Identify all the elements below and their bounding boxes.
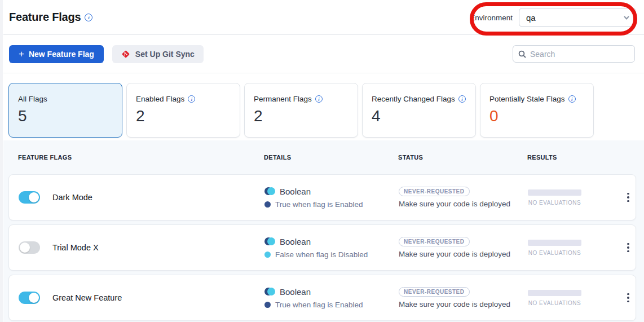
status-cell: NEVER-REQUESTED Make sure your code is d… xyxy=(399,287,528,308)
status-text: Make sure your code is deployed xyxy=(399,300,510,308)
search-input[interactable] xyxy=(530,50,629,59)
stats-cards: All Flags 5 Enabled Flags 2 Permanent Fl… xyxy=(0,73,644,140)
search-box xyxy=(513,45,635,63)
status-text: Make sure your code is deployed xyxy=(399,250,510,258)
page-title: Feature Flags xyxy=(9,11,81,24)
stat-value: 2 xyxy=(136,108,231,125)
stat-label: All Flags xyxy=(18,95,47,103)
value-dot-icon xyxy=(264,201,271,208)
git-sync-label: Set Up Git Sync xyxy=(135,50,195,59)
details-cell: Boolean True when flag is Enabled xyxy=(264,287,399,309)
environment-selector-group: Environment qa xyxy=(470,8,636,27)
table-row: Trial Mode X Boolean False when flag is … xyxy=(8,224,636,271)
stat-card-potentially-stale-flags[interactable]: Potentially Stale Flags 0 xyxy=(480,83,594,138)
set-up-git-sync-button[interactable]: Set Up Git Sync xyxy=(112,45,204,63)
stat-card-all-flags[interactable]: All Flags 5 xyxy=(8,83,122,138)
value-dot-icon xyxy=(264,252,271,258)
status-cell: NEVER-REQUESTED Make sure your code is d… xyxy=(399,187,528,208)
column-header-results: RESULTS xyxy=(527,154,644,161)
flag-value-text: True when flag is Enabled xyxy=(275,301,363,309)
table-row: Dark Mode Boolean True when flag is Enab… xyxy=(8,174,636,220)
results-placeholder-bar xyxy=(528,189,581,196)
environment-label: Environment xyxy=(470,14,513,22)
stat-value: 2 xyxy=(254,108,349,125)
details-cell: Boolean False when flag is Disabled xyxy=(264,237,399,259)
feature-flags-page: Feature Flags Environment qa + New Featu… xyxy=(0,0,644,322)
page-header: Feature Flags Environment qa xyxy=(0,0,644,35)
flag-name-link[interactable]: Great New Feature xyxy=(52,293,122,302)
boolean-type-icon xyxy=(264,288,275,295)
results-text: NO EVALUATIONS xyxy=(528,300,581,306)
boolean-type-icon xyxy=(264,187,275,195)
menu-cell xyxy=(616,189,636,206)
left-edge-strip xyxy=(0,0,3,322)
results-text: NO EVALUATIONS xyxy=(528,200,581,206)
git-icon xyxy=(121,50,130,59)
column-header-details: DETAILS xyxy=(264,154,398,161)
info-icon[interactable] xyxy=(568,95,576,103)
status-text: Make sure your code is deployed xyxy=(399,200,510,208)
flag-type-label: Boolean xyxy=(280,287,311,297)
flag-value-text: False when flag is Disabled xyxy=(275,250,368,259)
boolean-type-icon xyxy=(264,237,275,245)
results-cell: NO EVALUATIONS xyxy=(528,240,581,256)
environment-dropdown[interactable]: qa xyxy=(519,8,636,27)
toolbar: + New Feature Flag Set Up Git Sync xyxy=(0,35,644,73)
stat-label: Recently Changed Flags xyxy=(372,95,455,103)
flag-toggle[interactable] xyxy=(19,241,40,254)
stat-card-recently-changed-flags[interactable]: Recently Changed Flags 4 xyxy=(362,83,476,138)
menu-cell xyxy=(616,290,636,306)
chevron-down-icon xyxy=(623,14,630,21)
results-placeholder-bar xyxy=(528,240,581,246)
flag-cell: Trial Mode X xyxy=(9,241,264,254)
info-icon[interactable] xyxy=(188,95,195,103)
stat-card-enabled-flags[interactable]: Enabled Flags 2 xyxy=(126,83,240,138)
table-header-row: FEATURE FLAGS DETAILS STATUS RESULTS xyxy=(0,140,644,174)
kebab-menu-icon[interactable] xyxy=(624,290,633,306)
value-dot-icon xyxy=(264,302,271,308)
flag-toggle[interactable] xyxy=(19,191,40,204)
info-icon[interactable] xyxy=(85,14,92,21)
flag-name-link[interactable]: Dark Mode xyxy=(52,193,92,202)
search-icon xyxy=(518,50,526,58)
stat-value: 0 xyxy=(489,108,584,125)
flag-value-text: True when flag is Enabled xyxy=(275,200,363,209)
flag-cell: Dark Mode xyxy=(9,191,264,204)
stat-label: Permanent Flags xyxy=(254,95,312,103)
column-header-status: STATUS xyxy=(398,154,527,161)
kebab-menu-icon[interactable] xyxy=(624,240,633,256)
kebab-menu-icon[interactable] xyxy=(624,189,633,206)
status-badge: NEVER-REQUESTED xyxy=(399,187,470,196)
menu-cell xyxy=(616,240,636,256)
plus-icon: + xyxy=(19,49,24,59)
flag-toggle[interactable] xyxy=(19,292,40,304)
flag-name-link[interactable]: Trial Mode X xyxy=(52,243,99,252)
new-feature-flag-label: New Feature Flag xyxy=(29,50,94,59)
flag-type-label: Boolean xyxy=(280,187,311,196)
column-header-feature-flags: FEATURE FLAGS xyxy=(18,154,264,161)
title-wrap: Feature Flags xyxy=(9,11,92,24)
results-placeholder-bar xyxy=(528,290,581,296)
status-badge: NEVER-REQUESTED xyxy=(399,237,470,246)
info-icon[interactable] xyxy=(458,95,466,103)
results-cell: NO EVALUATIONS xyxy=(528,290,581,306)
details-cell: Boolean True when flag is Enabled xyxy=(264,187,399,209)
stat-card-permanent-flags[interactable]: Permanent Flags 2 xyxy=(244,83,358,138)
stat-value: 5 xyxy=(18,108,113,125)
results-text: NO EVALUATIONS xyxy=(528,250,581,256)
new-feature-flag-button[interactable]: + New Feature Flag xyxy=(9,45,104,63)
feature-flags-table: FEATURE FLAGS DETAILS STATUS RESULTS Dar… xyxy=(0,140,644,322)
environment-value: qa xyxy=(526,13,536,23)
status-badge: NEVER-REQUESTED xyxy=(399,287,470,297)
flag-type-label: Boolean xyxy=(280,237,311,246)
flag-cell: Great New Feature xyxy=(9,292,264,304)
stat-label: Enabled Flags xyxy=(136,95,184,103)
results-cell: NO EVALUATIONS xyxy=(528,189,581,206)
status-cell: NEVER-REQUESTED Make sure your code is d… xyxy=(399,237,528,258)
stat-value: 4 xyxy=(372,108,466,125)
table-row: Great New Feature Boolean True when flag… xyxy=(8,275,636,321)
info-icon[interactable] xyxy=(315,95,323,103)
stat-label: Potentially Stale Flags xyxy=(489,95,565,103)
